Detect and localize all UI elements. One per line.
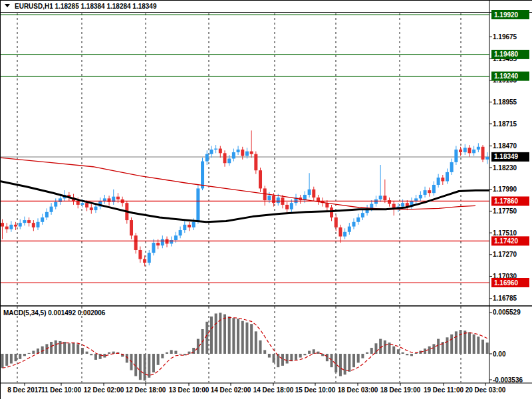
date-tick-label: 13 Dec 10:00 <box>169 386 209 394</box>
macd-histogram-bar <box>344 354 346 374</box>
ma-red-layer <box>0 158 475 209</box>
macd-histogram-bar <box>402 352 404 354</box>
macd-histogram-bar <box>152 354 155 372</box>
macd-histogram-bar <box>166 352 168 354</box>
price-tick-label: 1.17990 <box>493 186 517 193</box>
macd-histogram-bar <box>437 339 440 354</box>
macd-axis[interactable]: 0.0055290.00-0.003536 <box>489 309 523 383</box>
macd-histogram-bar <box>81 348 84 354</box>
macd-histogram-bar <box>99 354 102 359</box>
macd-histogram-bar <box>148 354 150 378</box>
macd-histogram-bar <box>108 352 110 354</box>
macd-histogram-bar <box>19 354 21 359</box>
macd-histogram-bar <box>161 354 164 358</box>
macd-histogram-bar <box>5 354 8 366</box>
macd-histogram-bar <box>374 343 377 354</box>
price-tick-label: 1.17270 <box>493 251 517 258</box>
macd-tick-label: -0.003536 <box>493 376 523 384</box>
macd-signal-line <box>3 318 487 376</box>
support-price-badge-label: 1.17860 <box>494 198 519 205</box>
macd-histogram-bar <box>348 354 350 372</box>
macd-histogram-bar <box>144 354 146 380</box>
date-tick-label: 14 Dec 02:00 <box>211 386 251 394</box>
macd-histogram-bar <box>446 337 449 354</box>
date-tick-label: 12 Dec 02:00 <box>84 386 124 394</box>
macd-histogram-bar <box>245 323 248 354</box>
macd-histogram-bar <box>259 340 262 354</box>
macd-histogram-bar <box>188 352 190 354</box>
macd-histogram-bar <box>255 331 257 354</box>
price-tick-label: 1.17750 <box>493 207 517 215</box>
resistance-price-badge-label: 1.19920 <box>494 11 519 19</box>
macd-histogram-bar <box>1 354 4 368</box>
macd-panel <box>1 313 489 380</box>
macd-histogram-bar <box>15 354 17 361</box>
macd-histogram-bar <box>139 354 142 380</box>
resistance-price-badge-label: 1.19240 <box>494 72 519 80</box>
support-price-badge-label: 1.17420 <box>494 237 519 245</box>
macd-histogram-bar <box>370 348 373 354</box>
chart-window: 1.196751.194351.191951.189551.187151.184… <box>0 0 532 399</box>
macd-histogram-bar <box>76 344 79 354</box>
macd-tick-label: 0.005529 <box>493 309 521 316</box>
resistance-price-badge-label: 1.19480 <box>494 51 519 58</box>
macd-histogram-bar <box>68 343 70 354</box>
date-tick-label: 19 Dec 11:00 <box>424 386 464 394</box>
macd-histogram-bar <box>263 350 266 354</box>
macd-histogram-bar <box>210 317 213 354</box>
macd-histogram-bar <box>55 340 57 354</box>
macd-histogram-bar <box>63 342 66 354</box>
macd-histogram-bar <box>299 354 302 358</box>
macd-histogram-bar <box>295 354 297 360</box>
price-tick-label: 1.18715 <box>493 120 517 128</box>
macd-histogram-bar <box>424 348 426 354</box>
date-tick-label: 14 Dec 18:00 <box>253 386 294 394</box>
macd-histogram-bar <box>352 354 355 367</box>
macd-histogram-bar <box>157 354 160 365</box>
date-tick-label: 11 Dec 10:00 <box>41 386 81 394</box>
date-tick-label: 20 Dec 03:00 <box>466 386 506 394</box>
symbol-dropdown-icon[interactable] <box>5 4 10 7</box>
macd-histogram-bar <box>281 354 284 366</box>
macd-histogram-bar <box>219 313 221 354</box>
macd-histogram-bar <box>384 340 386 354</box>
macd-histogram-bar <box>357 354 360 362</box>
macd-histogram-bar <box>415 353 418 354</box>
macd-histogram-bar <box>250 324 253 354</box>
macd-histogram-bar <box>28 353 31 354</box>
macd-histogram-bar <box>215 313 217 354</box>
price-tick-label: 1.19675 <box>493 33 517 41</box>
price-axis[interactable]: 1.196751.194351.191951.189551.187151.184… <box>489 10 529 302</box>
macd-histogram-bar <box>308 351 311 354</box>
macd-histogram-bar <box>303 354 306 355</box>
macd-histogram-bar <box>481 340 484 354</box>
macd-indicator-label: MACD(5,34,5) 0.001492 0.002006 <box>3 309 106 317</box>
macd-histogram-bar <box>432 344 435 354</box>
macd-histogram-bar <box>205 322 208 354</box>
macd-histogram-bar <box>94 354 97 360</box>
macd-histogram-bar <box>326 354 329 361</box>
macd-histogram-bar <box>273 354 275 362</box>
macd-histogram-bar <box>192 348 195 354</box>
macd-histogram-bar <box>410 354 413 356</box>
ma-slow-red-line <box>0 158 475 209</box>
macd-histogram-bar <box>174 351 177 354</box>
macd-histogram-bar <box>339 354 342 376</box>
macd-histogram-bar <box>379 339 382 354</box>
macd-histogram-bar <box>232 318 235 354</box>
macd-histogram-bar <box>32 351 35 354</box>
macd-histogram-bar <box>331 354 333 367</box>
macd-histogram-bar <box>366 352 368 354</box>
time-axis[interactable]: 8 Dec 201711 Dec 10:0012 Dec 02:0012 Dec… <box>7 383 506 394</box>
macd-histogram-bar <box>277 354 279 367</box>
macd-histogram-bar <box>464 331 466 354</box>
macd-histogram-bar <box>23 354 26 356</box>
date-tick-label: 18 Dec 03:00 <box>338 386 378 394</box>
price-tick-label: 1.18230 <box>493 164 517 172</box>
trading-chart-canvas: 1.196751.194351.191951.189551.187151.184… <box>0 0 532 399</box>
date-tick-label: 8 Dec 2017 <box>7 386 42 394</box>
price-tick-label: 1.18955 <box>493 98 517 106</box>
macd-histogram-bar <box>455 331 458 354</box>
macd-histogram-bar <box>486 342 489 354</box>
macd-histogram-bar <box>468 332 471 354</box>
